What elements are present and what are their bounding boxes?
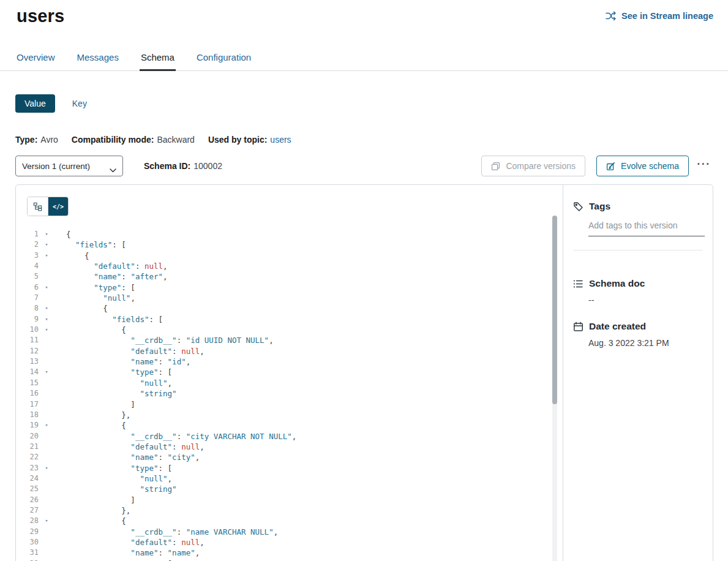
compare-versions-button[interactable]: Compare versions [481,156,585,176]
fold-arrow-icon[interactable]: ▾ [42,314,51,325]
tags-header: Tags [573,201,703,212]
fold-arrow-icon[interactable]: ▾ [42,325,51,335]
editor-scrollbar[interactable] [552,216,557,561]
stream-lineage-link[interactable]: See in Stream lineage [606,11,713,21]
line-number: 19 [16,420,39,431]
line-number: 29 [16,527,39,537]
line-number: 22 [16,452,39,462]
code-text: "__crdb__": "city VARCHAR NOT NULL", [66,431,296,442]
schema-id-label: Schema ID: [144,161,190,171]
fold-spacer [42,293,51,303]
fold-spacer [42,473,51,484]
more-options-button[interactable]: ⋯ [694,157,713,176]
tag-icon [573,201,584,212]
tree-view-button[interactable] [28,197,48,216]
schema-doc-value: -- [588,295,703,305]
tab-schema[interactable]: Schema [140,52,176,70]
evolve-schema-button[interactable]: Evolve schema [596,156,689,176]
fold-arrow-icon[interactable]: ▾ [42,463,51,473]
fold-arrow-icon[interactable]: ▾ [42,250,51,261]
code-text: "default": null, [66,442,205,452]
tab-messages[interactable]: Messages [76,52,120,70]
fold-arrow-icon[interactable]: ▾ [42,229,51,239]
tags-header-label: Tags [589,201,610,212]
line-number: 6 [16,282,39,293]
code-text: "__crdb__": "name VARCHAR NULL", [66,527,278,537]
code-view-button[interactable]: </> [48,197,68,216]
code-text: "default": null, [66,537,205,548]
code-text: "name": "name", [66,548,200,558]
code-text: { [66,303,108,314]
type-value: Avro [40,135,58,145]
code-line: 10▾ { [16,325,563,335]
line-number: 32 [16,559,39,561]
compatibility-label: Compatibility mode: [72,135,154,145]
code-text: { [66,250,89,261]
code-text: "type": [ [66,282,135,293]
code-line: 23▾ "type": [ [16,463,563,473]
page-title: users [17,6,64,26]
fold-spacer [42,388,51,399]
code-view-icon: </> [53,203,64,210]
topic-meta: Used by topic:users [208,135,291,145]
fold-arrow-icon[interactable]: ▾ [42,282,51,293]
code-text: { [66,420,126,431]
top-bar: users See in Stream lineage [0,0,728,26]
code-line: 17 ] [16,399,563,410]
code-line: 30 "default": null, [16,537,563,548]
type-meta: Type:Avro [15,135,58,145]
code-text: "type": [ [66,463,172,473]
line-number: 14 [16,367,39,377]
fold-spacer [42,399,51,410]
fold-spacer [42,378,51,388]
stream-lineage-label: See in Stream lineage [621,11,713,21]
line-number: 2 [16,239,39,250]
code-line: 11 "__crdb__": "id UUID NOT NULL", [16,335,563,345]
code-text: "default": null, [66,346,205,356]
compare-icon [491,162,500,171]
code-line: 14▾ "type": [ [16,367,563,377]
version-select[interactable]: Version 1 (current) [15,156,123,176]
code-line: 28▾ { [16,516,563,526]
fold-arrow-icon[interactable]: ▾ [42,239,51,250]
fold-arrow-icon[interactable]: ▾ [42,367,51,377]
line-number: 30 [16,537,39,548]
key-toggle-button[interactable]: Key [69,98,91,109]
tab-configuration[interactable]: Configuration [195,52,252,70]
schema-doc-header-label: Schema doc [589,278,645,289]
code-line: 29 "__crdb__": "name VARCHAR NULL", [16,527,563,537]
tab-overview[interactable]: Overview [15,52,56,70]
code-line: 25 "string" [16,484,563,494]
fold-arrow-icon[interactable]: ▾ [42,516,51,526]
code-text: "name": "id", [66,356,190,367]
code-text: ] [66,399,135,410]
compare-versions-label: Compare versions [506,161,576,171]
code-line: 18 }, [16,410,563,420]
date-created-section: Date created Aug. 3 2022 3:21 PM [573,321,703,348]
line-number: 24 [16,473,39,484]
topic-link[interactable]: users [270,135,291,145]
fold-spacer [42,442,51,452]
code-line: 19▾ { [16,420,563,431]
line-number: 28 [16,516,39,526]
code-line: 15 "null", [16,378,563,388]
code-text: "null", [66,378,172,388]
line-number: 23 [16,463,39,473]
code-line: 6▾ "type": [ [16,282,563,293]
topic-label: Used by topic: [208,135,267,145]
stream-lineage-icon [606,11,617,21]
code-line: 26 ] [16,495,563,505]
fold-arrow-icon[interactable]: ▾ [42,559,51,561]
scrollbar-thumb[interactable] [552,216,557,404]
line-number: 16 [16,388,39,399]
fold-spacer [42,335,51,345]
value-toggle-button[interactable]: Value [15,94,55,113]
code-text: "string" [66,484,177,494]
add-tags-input[interactable] [588,219,705,236]
fold-spacer [42,356,51,367]
fold-arrow-icon[interactable]: ▾ [42,420,51,431]
line-number: 10 [16,325,39,335]
code-text: }, [66,505,130,516]
fold-arrow-icon[interactable]: ▾ [42,303,51,314]
fold-spacer [42,527,51,537]
